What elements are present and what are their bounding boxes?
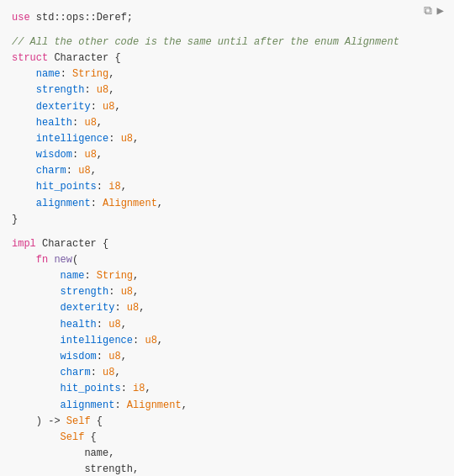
code-token	[12, 254, 36, 266]
code-token: hit_points	[61, 383, 121, 394]
code-line: use std::ops::Deref;	[12, 10, 444, 26]
code-token: :	[97, 181, 108, 193]
code-token: Alignment	[103, 198, 157, 209]
code-token: {	[84, 431, 96, 443]
code-token	[12, 101, 36, 113]
code-token: // All the other code is the same until …	[12, 36, 399, 48]
code-line: charm: u8,	[12, 365, 444, 381]
code-token: charm	[36, 165, 66, 177]
code-token: :	[114, 302, 126, 314]
code-token: :	[84, 270, 96, 282]
code-token: ,	[121, 181, 127, 193]
code-token: ,	[157, 335, 163, 346]
code-token	[12, 117, 36, 129]
code-token	[12, 335, 61, 346]
code-line: health: u8,	[12, 115, 444, 131]
code-line	[12, 26, 444, 34]
code-line: // All the other code is the same until …	[12, 34, 444, 50]
code-token: alignment	[36, 198, 91, 209]
code-token: ,	[133, 133, 139, 145]
code-editor: use std::ops::Deref; // All the other co…	[0, 7, 454, 476]
run-icon[interactable]: ▶	[437, 5, 444, 17]
code-token: u8	[103, 367, 114, 378]
code-token: :	[97, 319, 108, 331]
code-token: ,	[114, 101, 120, 113]
code-token: ,	[133, 270, 139, 282]
code-token: :	[97, 351, 108, 362]
code-line	[12, 228, 444, 236]
code-token: alignment	[61, 399, 115, 411]
code-token: hit_points	[36, 181, 97, 193]
code-line: alignment: Alignment,	[12, 398, 444, 414]
code-token: :	[72, 149, 84, 161]
code-line: dexterity: u8,	[12, 99, 444, 115]
code-token: name	[36, 68, 61, 80]
code-token: Self	[61, 431, 85, 443]
code-token	[12, 198, 36, 209]
code-token: :	[108, 286, 120, 298]
code-token: ) ->	[12, 415, 66, 427]
code-token: ,	[133, 286, 139, 298]
code-token: charm	[61, 367, 91, 378]
code-token: :	[61, 68, 72, 80]
code-token: struct	[12, 52, 48, 64]
code-token: Character {	[36, 238, 108, 250]
code-token	[12, 367, 61, 378]
code-token: ,	[182, 399, 187, 411]
code-line: struct Character {	[12, 50, 444, 66]
code-token: String	[72, 68, 108, 80]
code-line: name: String,	[12, 268, 444, 284]
code-line: strength: u8,	[12, 82, 444, 98]
code-token	[12, 286, 61, 298]
code-token	[12, 302, 61, 314]
code-token: ,	[145, 383, 150, 394]
code-token: new	[54, 254, 72, 266]
code-token: use	[12, 12, 30, 24]
code-token: strength	[61, 286, 109, 298]
code-token: u8	[121, 286, 133, 298]
code-token: ,	[97, 149, 103, 161]
code-token	[12, 319, 61, 331]
code-token	[12, 133, 36, 145]
code-token: wisdom	[36, 149, 72, 161]
code-token: health	[36, 117, 72, 129]
code-token: :	[66, 165, 78, 177]
code-token: ,	[121, 319, 127, 331]
code-token	[12, 431, 61, 443]
code-token: }	[12, 214, 18, 225]
code-token: intelligence	[61, 335, 133, 346]
code-line: wisdom: u8,	[12, 349, 444, 365]
code-token: ,	[157, 198, 163, 209]
code-token: impl	[12, 238, 36, 250]
code-token: Alignment	[127, 399, 182, 411]
code-line: }	[12, 212, 444, 228]
code-line: name,	[12, 446, 444, 462]
code-token: std::ops::Deref;	[30, 12, 133, 24]
code-token: fn	[36, 254, 48, 266]
code-token: u8	[78, 165, 90, 177]
code-token	[12, 149, 36, 161]
code-token: u8	[145, 335, 156, 346]
code-token: name	[61, 270, 85, 282]
code-token: :	[91, 367, 103, 378]
code-line: Self {	[12, 430, 444, 446]
code-line: hit_points: i8,	[12, 381, 444, 397]
copy-icon[interactable]: ⧉	[424, 5, 432, 17]
code-line: ) -> Self {	[12, 414, 444, 430]
code-token: :	[84, 84, 96, 96]
code-line: alignment: Alignment,	[12, 196, 444, 212]
editor-toolbar: ⧉ ▶	[424, 5, 444, 17]
code-token: wisdom	[61, 351, 97, 362]
code-line: hit_points: i8,	[12, 179, 444, 195]
code-token: intelligence	[36, 133, 108, 145]
code-token	[12, 68, 36, 80]
code-token: ,	[108, 68, 114, 80]
code-token: u8	[121, 133, 133, 145]
code-line: fn new(	[12, 252, 444, 268]
code-token	[12, 84, 36, 96]
code-token: (	[72, 254, 78, 266]
code-token: ,	[108, 84, 114, 96]
code-line: name: String,	[12, 66, 444, 82]
code-token: :	[121, 383, 133, 394]
editor-container: ⧉ ▶ use std::ops::Deref; // All the othe…	[0, 0, 454, 476]
